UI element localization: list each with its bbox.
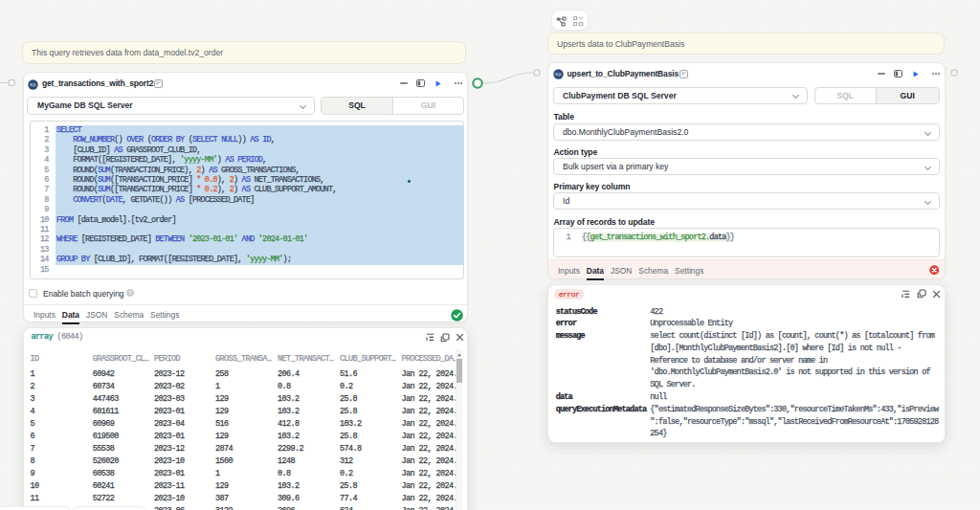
svg-text:SQL: SQL [554,73,561,77]
svg-text:SQL: SQL [30,83,36,87]
